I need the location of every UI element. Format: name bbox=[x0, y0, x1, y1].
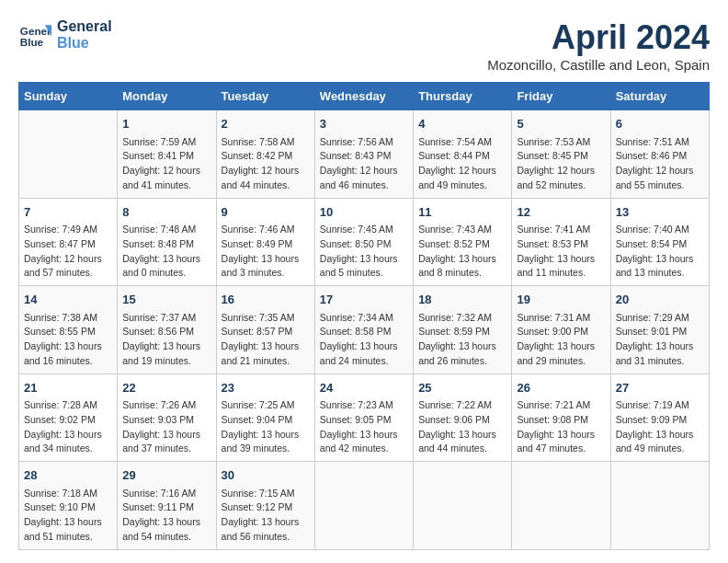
cell-line: Sunrise: 7:29 AM bbox=[616, 311, 704, 326]
cell-week0-day5: 5Sunrise: 7:53 AMSunset: 8:45 PMDaylight… bbox=[512, 110, 610, 199]
day-number: 23 bbox=[222, 379, 310, 397]
cell-line: Sunrise: 7:15 AM bbox=[222, 487, 310, 501]
cell-line: Sunset: 9:09 PM bbox=[616, 413, 704, 428]
cell-line: and 44 minutes. bbox=[222, 178, 310, 193]
cell-line: Daylight: 13 hours bbox=[418, 428, 506, 442]
cell-week3-day0: 21Sunrise: 7:28 AMSunset: 9:02 PMDayligh… bbox=[19, 373, 118, 462]
cell-week2-day3: 17Sunrise: 7:34 AMSunset: 8:58 PMDayligh… bbox=[314, 286, 413, 374]
cell-line: Sunset: 8:48 PM bbox=[122, 237, 210, 252]
cell-line: and 19 minutes. bbox=[122, 354, 210, 369]
cell-week3-day2: 23Sunrise: 7:25 AMSunset: 9:04 PMDayligh… bbox=[216, 373, 314, 462]
logo-icon: General Blue bbox=[18, 18, 51, 52]
cell-line: and 31 minutes. bbox=[616, 354, 704, 369]
week-row-2: 14Sunrise: 7:38 AMSunset: 8:55 PMDayligh… bbox=[19, 286, 710, 374]
day-number: 11 bbox=[418, 203, 506, 222]
cell-line: and 42 minutes. bbox=[320, 442, 408, 456]
cell-week4-day0: 28Sunrise: 7:18 AMSunset: 9:10 PMDayligh… bbox=[19, 462, 118, 550]
cell-week1-day1: 8Sunrise: 7:48 AMSunset: 8:48 PMDaylight… bbox=[118, 198, 216, 286]
cell-week4-day3 bbox=[314, 462, 413, 550]
cell-week4-day5 bbox=[512, 462, 610, 550]
day-number: 3 bbox=[320, 115, 408, 133]
cell-line: Daylight: 12 hours bbox=[616, 164, 704, 178]
cell-week2-day1: 15Sunrise: 7:37 AMSunset: 8:56 PMDayligh… bbox=[118, 286, 216, 374]
day-number: 9 bbox=[222, 203, 310, 222]
day-number: 2 bbox=[222, 115, 310, 133]
cell-week2-day6: 20Sunrise: 7:29 AMSunset: 9:01 PMDayligh… bbox=[610, 286, 709, 374]
cell-week1-day0: 7Sunrise: 7:49 AMSunset: 8:47 PMDaylight… bbox=[19, 198, 118, 286]
cell-line: Sunset: 9:04 PM bbox=[222, 413, 310, 428]
cell-line: Daylight: 13 hours bbox=[24, 515, 112, 530]
day-number: 29 bbox=[122, 466, 210, 485]
cell-line: Sunrise: 7:40 AM bbox=[616, 223, 704, 237]
cell-week0-day6: 6Sunrise: 7:51 AMSunset: 8:46 PMDaylight… bbox=[610, 110, 709, 199]
day-number: 24 bbox=[320, 379, 408, 397]
cell-line: and 34 minutes. bbox=[24, 442, 112, 456]
day-number: 1 bbox=[122, 115, 210, 133]
cell-line: and 5 minutes. bbox=[320, 266, 408, 281]
week-row-0: 1Sunrise: 7:59 AMSunset: 8:41 PMDaylight… bbox=[19, 110, 710, 199]
logo: General Blue General Blue bbox=[18, 18, 112, 52]
cell-line: Daylight: 13 hours bbox=[320, 339, 408, 354]
cell-line: Daylight: 13 hours bbox=[24, 428, 112, 442]
cell-line: and 55 minutes. bbox=[616, 178, 704, 193]
cell-line: Daylight: 12 hours bbox=[418, 164, 506, 178]
week-row-4: 28Sunrise: 7:18 AMSunset: 9:10 PMDayligh… bbox=[19, 462, 710, 550]
cell-line: Sunset: 8:55 PM bbox=[24, 325, 112, 339]
day-number: 21 bbox=[24, 379, 112, 397]
logo-text-line1: General bbox=[57, 18, 112, 35]
day-number: 10 bbox=[320, 203, 408, 222]
cell-week0-day1: 1Sunrise: 7:59 AMSunset: 8:41 PMDaylight… bbox=[118, 110, 216, 199]
cell-line: Daylight: 13 hours bbox=[616, 428, 704, 442]
cell-line: and 24 minutes. bbox=[320, 354, 408, 369]
cell-line: Daylight: 13 hours bbox=[122, 339, 210, 354]
cell-line: and 54 minutes. bbox=[122, 530, 210, 545]
header-tuesday: Tuesday bbox=[216, 83, 314, 110]
cell-line: Daylight: 13 hours bbox=[122, 515, 210, 530]
cell-line: Sunset: 8:59 PM bbox=[418, 325, 506, 339]
cell-line: and 49 minutes. bbox=[418, 178, 506, 193]
cell-line: Daylight: 13 hours bbox=[320, 428, 408, 442]
cell-week2-day2: 16Sunrise: 7:35 AMSunset: 8:57 PMDayligh… bbox=[216, 286, 314, 374]
cell-week1-day3: 10Sunrise: 7:45 AMSunset: 8:50 PMDayligh… bbox=[314, 198, 413, 286]
cell-line: Daylight: 13 hours bbox=[122, 428, 210, 442]
day-number: 26 bbox=[517, 379, 605, 397]
cell-line: Sunrise: 7:43 AM bbox=[418, 223, 506, 237]
cell-line: and 0 minutes. bbox=[122, 266, 210, 281]
day-number: 6 bbox=[616, 115, 704, 133]
day-number: 15 bbox=[122, 291, 210, 309]
cell-line: Sunrise: 7:18 AM bbox=[24, 487, 112, 501]
week-row-1: 7Sunrise: 7:49 AMSunset: 8:47 PMDaylight… bbox=[19, 198, 710, 286]
svg-text:Blue: Blue bbox=[20, 36, 44, 48]
cell-line: Sunrise: 7:41 AM bbox=[517, 223, 605, 237]
cell-line: Sunset: 8:53 PM bbox=[517, 237, 605, 252]
cell-line: and 41 minutes. bbox=[122, 178, 210, 193]
cell-line: Sunset: 9:06 PM bbox=[418, 413, 506, 428]
cell-week4-day1: 29Sunrise: 7:16 AMSunset: 9:11 PMDayligh… bbox=[118, 462, 216, 550]
cell-line: Sunset: 9:12 PM bbox=[222, 500, 310, 515]
cell-line: Sunset: 8:41 PM bbox=[122, 149, 210, 164]
cell-line: Daylight: 13 hours bbox=[616, 252, 704, 267]
header-sunday: Sunday bbox=[19, 83, 118, 110]
cell-line: Sunset: 9:00 PM bbox=[517, 325, 605, 339]
cell-week3-day3: 24Sunrise: 7:23 AMSunset: 9:05 PMDayligh… bbox=[314, 373, 413, 462]
day-number: 4 bbox=[418, 115, 506, 133]
cell-line: Sunset: 9:03 PM bbox=[122, 413, 210, 428]
cell-line: Sunrise: 7:25 AM bbox=[222, 398, 310, 413]
cell-line: Daylight: 12 hours bbox=[24, 252, 112, 267]
cell-line: Daylight: 13 hours bbox=[517, 252, 605, 267]
cell-line: and 57 minutes. bbox=[24, 266, 112, 281]
cell-line: Sunset: 8:50 PM bbox=[320, 237, 408, 252]
cell-line: Sunrise: 7:38 AM bbox=[24, 311, 112, 326]
header-monday: Monday bbox=[118, 83, 216, 110]
cell-line: Daylight: 13 hours bbox=[418, 252, 506, 267]
cell-line: Sunrise: 7:32 AM bbox=[418, 311, 506, 326]
day-number: 18 bbox=[418, 291, 506, 309]
calendar-table: SundayMondayTuesdayWednesdayThursdayFrid… bbox=[18, 82, 710, 550]
cell-line: Sunrise: 7:31 AM bbox=[517, 311, 605, 326]
cell-line: and 56 minutes. bbox=[222, 530, 310, 545]
cell-line: and 46 minutes. bbox=[320, 178, 408, 193]
cell-line: Daylight: 13 hours bbox=[222, 515, 310, 530]
cell-line: Sunrise: 7:22 AM bbox=[418, 398, 506, 413]
day-number: 14 bbox=[24, 291, 112, 309]
day-number: 25 bbox=[418, 379, 506, 397]
